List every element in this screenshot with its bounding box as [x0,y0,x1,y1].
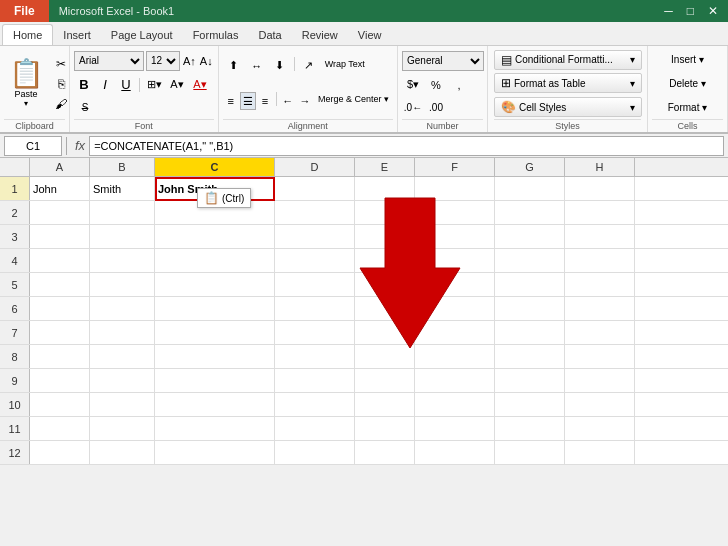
increase-decimal-button[interactable]: .00 [425,99,447,117]
cell-a11[interactable] [30,417,90,441]
cell-d12[interactable] [275,441,355,465]
align-top-button[interactable]: ⬆ [223,57,245,75]
cell-f2[interactable] [415,201,495,225]
cell-a5[interactable] [30,273,90,297]
cell-c12[interactable] [155,441,275,465]
formula-bar-input[interactable] [89,136,724,156]
col-header-a[interactable]: A [30,158,90,176]
align-right-button[interactable]: ≡ [257,92,273,110]
cell-c7[interactable] [155,321,275,345]
cell-f5[interactable] [415,273,495,297]
align-bottom-button[interactable]: ⬇ [269,57,291,75]
cell-e7[interactable] [355,321,415,345]
align-center-button[interactable]: ☰ [240,92,256,110]
cell-f9[interactable] [415,369,495,393]
cell-c4[interactable] [155,249,275,273]
tab-data[interactable]: Data [248,25,291,45]
cell-g7[interactable] [495,321,565,345]
text-direction-button[interactable]: ↗ [298,57,320,75]
decrease-indent-button[interactable]: ← [280,92,296,110]
cell-g11[interactable] [495,417,565,441]
paste-button[interactable]: 📋 Paste ▾ [4,55,48,113]
cell-g12[interactable] [495,441,565,465]
cell-b4[interactable] [90,249,155,273]
cell-g10[interactable] [495,393,565,417]
font-name-select[interactable]: Arial [74,51,144,71]
tab-page-layout[interactable]: Page Layout [101,25,183,45]
col-header-h[interactable]: H [565,158,635,176]
cell-f4[interactable] [415,249,495,273]
cell-h11[interactable] [565,417,635,441]
cell-e10[interactable] [355,393,415,417]
cell-g8[interactable] [495,345,565,369]
cell-g3[interactable] [495,225,565,249]
cell-d2[interactable] [275,201,355,225]
decrease-decimal-button[interactable]: .0← [402,99,424,117]
cell-g6[interactable] [495,297,565,321]
conditional-formatting-button[interactable]: ▤Conditional Formatti... ▾ [494,50,642,70]
cell-f7[interactable] [415,321,495,345]
cell-a10[interactable] [30,393,90,417]
col-header-b[interactable]: B [90,158,155,176]
cell-b5[interactable] [90,273,155,297]
cell-h7[interactable] [565,321,635,345]
format-as-table-button[interactable]: ⊞Format as Table ▾ [494,73,642,93]
cell-e12[interactable] [355,441,415,465]
cell-styles-button[interactable]: 🎨Cell Styles ▾ [494,97,642,117]
cell-e1[interactable] [355,177,415,201]
col-header-e[interactable]: E [355,158,415,176]
copy-button[interactable]: ⎘ [50,75,72,93]
insert-button[interactable]: Insert ▾ [666,51,709,68]
cell-b8[interactable] [90,345,155,369]
close-button[interactable]: ✕ [702,4,724,18]
col-header-f[interactable]: F [415,158,495,176]
font-size-select[interactable]: 12 [146,51,180,71]
cell-f6[interactable] [415,297,495,321]
cell-e2[interactable] [355,201,415,225]
cell-e5[interactable] [355,273,415,297]
cell-e8[interactable] [355,345,415,369]
number-format-select[interactable]: General [402,51,484,71]
cell-d6[interactable] [275,297,355,321]
col-header-c[interactable]: C [155,158,275,176]
font-color-button[interactable]: A▾ [189,76,211,94]
cell-b9[interactable] [90,369,155,393]
cell-d11[interactable] [275,417,355,441]
align-middle-button[interactable]: ↔ [246,57,268,75]
cell-e6[interactable] [355,297,415,321]
cell-h3[interactable] [565,225,635,249]
cell-d8[interactable] [275,345,355,369]
cell-f1[interactable] [415,177,495,201]
italic-button[interactable]: I [95,76,115,94]
cell-d1[interactable] [275,177,355,201]
cell-g9[interactable] [495,369,565,393]
cell-b10[interactable] [90,393,155,417]
merge-center-button[interactable]: Merge & Center ▾ [314,92,393,110]
col-header-g[interactable]: G [495,158,565,176]
cell-c8[interactable] [155,345,275,369]
strikethrough-button[interactable]: S [74,99,96,117]
format-button[interactable]: Format ▾ [663,99,712,116]
tab-home[interactable]: Home [2,24,53,45]
cell-b11[interactable] [90,417,155,441]
cell-f12[interactable] [415,441,495,465]
cell-c11[interactable] [155,417,275,441]
cell-g4[interactable] [495,249,565,273]
border-button[interactable]: ⊞▾ [143,76,165,94]
cell-a4[interactable] [30,249,90,273]
cell-c5[interactable] [155,273,275,297]
delete-button[interactable]: Delete ▾ [664,75,711,92]
name-box[interactable] [4,136,62,156]
cell-h6[interactable] [565,297,635,321]
tab-formulas[interactable]: Formulas [183,25,249,45]
cell-e4[interactable] [355,249,415,273]
cell-d4[interactable] [275,249,355,273]
cell-a2[interactable] [30,201,90,225]
cell-b1[interactable]: Smith [90,177,155,201]
cell-h1[interactable] [565,177,635,201]
percent-button[interactable]: % [425,76,447,94]
wrap-text-button[interactable]: Wrap Text [321,57,369,75]
decrease-font-button[interactable]: A↓ [199,52,214,70]
cell-c3[interactable] [155,225,275,249]
cell-h12[interactable] [565,441,635,465]
